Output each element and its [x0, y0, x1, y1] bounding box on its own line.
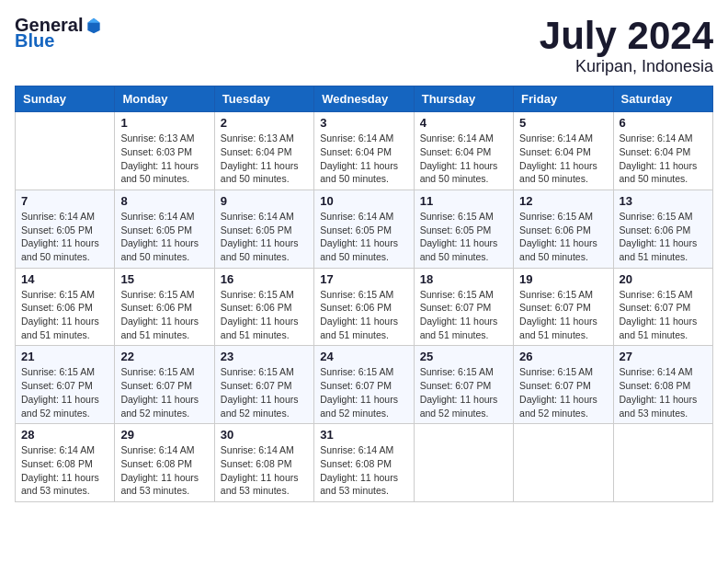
day-number: 4 — [420, 116, 507, 130]
day-info: Sunrise: 6:15 AM Sunset: 6:07 PM Dayligh… — [21, 365, 108, 419]
day-number: 23 — [221, 350, 308, 363]
calendar-cell: 11Sunrise: 6:15 AM Sunset: 6:05 PM Dayli… — [414, 190, 513, 268]
day-info: Sunrise: 6:13 AM Sunset: 6:03 PM Dayligh… — [120, 132, 208, 186]
calendar-cell: 4Sunrise: 6:14 AM Sunset: 6:04 PM Daylig… — [414, 112, 513, 190]
calendar-week-row: 14Sunrise: 6:15 AM Sunset: 6:06 PM Dayli… — [16, 268, 713, 346]
calendar-week-row: 1Sunrise: 6:13 AM Sunset: 6:03 PM Daylig… — [16, 112, 713, 190]
day-number: 14 — [21, 272, 108, 286]
day-number: 2 — [221, 116, 308, 130]
day-info: Sunrise: 6:15 AM Sunset: 6:07 PM Dayligh… — [519, 288, 607, 342]
calendar-cell: 30Sunrise: 6:14 AM Sunset: 6:08 PM Dayli… — [214, 424, 313, 502]
day-number: 1 — [120, 116, 208, 130]
calendar-cell: 25Sunrise: 6:15 AM Sunset: 6:07 PM Dayli… — [414, 346, 513, 424]
day-info: Sunrise: 6:15 AM Sunset: 6:06 PM Dayligh… — [221, 288, 308, 342]
day-info: Sunrise: 6:14 AM Sunset: 6:04 PM Dayligh… — [420, 132, 507, 186]
calendar-cell: 21Sunrise: 6:15 AM Sunset: 6:07 PM Dayli… — [16, 346, 115, 424]
day-info: Sunrise: 6:15 AM Sunset: 6:07 PM Dayligh… — [120, 365, 208, 419]
day-info: Sunrise: 6:15 AM Sunset: 6:05 PM Dayligh… — [420, 210, 507, 264]
day-info: Sunrise: 6:14 AM Sunset: 6:08 PM Dayligh… — [21, 443, 108, 498]
day-info: Sunrise: 6:15 AM Sunset: 6:06 PM Dayligh… — [21, 288, 108, 342]
calendar-table: SundayMondayTuesdayWednesdayThursdayFrid… — [15, 86, 713, 502]
calendar-cell: 3Sunrise: 6:14 AM Sunset: 6:04 PM Daylig… — [314, 112, 414, 190]
day-info: Sunrise: 6:14 AM Sunset: 6:05 PM Dayligh… — [320, 210, 407, 264]
day-number: 24 — [320, 350, 407, 363]
day-number: 19 — [519, 272, 607, 286]
day-number: 21 — [21, 350, 108, 363]
day-info: Sunrise: 6:14 AM Sunset: 6:04 PM Dayligh… — [620, 132, 707, 186]
day-number: 29 — [120, 428, 208, 442]
calendar-cell: 1Sunrise: 6:13 AM Sunset: 6:03 PM Daylig… — [115, 112, 214, 190]
logo: General Blue — [15, 15, 103, 52]
day-number: 27 — [620, 350, 707, 363]
day-info: Sunrise: 6:15 AM Sunset: 6:07 PM Dayligh… — [420, 365, 507, 419]
calendar-cell: 10Sunrise: 6:14 AM Sunset: 6:05 PM Dayli… — [314, 190, 414, 268]
calendar-week-row: 21Sunrise: 6:15 AM Sunset: 6:07 PM Dayli… — [16, 346, 713, 424]
day-info: Sunrise: 6:15 AM Sunset: 6:07 PM Dayligh… — [420, 288, 507, 342]
calendar-cell: 19Sunrise: 6:15 AM Sunset: 6:07 PM Dayli… — [514, 268, 613, 346]
calendar-cell: 12Sunrise: 6:15 AM Sunset: 6:06 PM Dayli… — [514, 190, 613, 268]
day-number: 20 — [620, 272, 707, 286]
calendar-header-friday: Friday — [514, 86, 613, 112]
day-info: Sunrise: 6:15 AM Sunset: 6:06 PM Dayligh… — [620, 210, 707, 264]
day-info: Sunrise: 6:14 AM Sunset: 6:04 PM Dayligh… — [519, 132, 607, 186]
day-number: 6 — [620, 116, 707, 130]
calendar-header-wednesday: Wednesday — [314, 86, 414, 112]
day-number: 3 — [320, 116, 407, 130]
calendar-cell: 9Sunrise: 6:14 AM Sunset: 6:05 PM Daylig… — [214, 190, 313, 268]
day-info: Sunrise: 6:15 AM Sunset: 6:07 PM Dayligh… — [620, 288, 707, 342]
calendar-cell: 8Sunrise: 6:14 AM Sunset: 6:05 PM Daylig… — [115, 190, 214, 268]
day-number: 22 — [120, 350, 208, 363]
day-number: 26 — [519, 350, 607, 363]
day-number: 5 — [519, 116, 607, 130]
page-header: General Blue July 2024 Kuripan, Indonesi… — [15, 15, 713, 76]
day-number: 7 — [21, 194, 108, 208]
calendar-cell: 14Sunrise: 6:15 AM Sunset: 6:06 PM Dayli… — [16, 268, 115, 346]
calendar-cell — [16, 112, 115, 190]
calendar-header-tuesday: Tuesday — [214, 86, 313, 112]
day-info: Sunrise: 6:15 AM Sunset: 6:06 PM Dayligh… — [320, 288, 407, 342]
calendar-cell: 31Sunrise: 6:14 AM Sunset: 6:08 PM Dayli… — [314, 424, 414, 502]
calendar-cell — [613, 424, 712, 502]
calendar-cell: 24Sunrise: 6:15 AM Sunset: 6:07 PM Dayli… — [314, 346, 414, 424]
day-number: 15 — [120, 272, 208, 286]
day-info: Sunrise: 6:14 AM Sunset: 6:04 PM Dayligh… — [320, 132, 407, 186]
day-number: 10 — [320, 194, 407, 208]
calendar-cell: 27Sunrise: 6:14 AM Sunset: 6:08 PM Dayli… — [613, 346, 712, 424]
day-number: 8 — [120, 194, 208, 208]
location: Kuripan, Indonesia — [540, 57, 713, 76]
day-number: 30 — [221, 428, 308, 442]
calendar-cell: 22Sunrise: 6:15 AM Sunset: 6:07 PM Dayli… — [115, 346, 214, 424]
calendar-cell — [514, 424, 613, 502]
day-number: 11 — [420, 194, 507, 208]
day-info: Sunrise: 6:14 AM Sunset: 6:05 PM Dayligh… — [221, 210, 308, 264]
day-info: Sunrise: 6:14 AM Sunset: 6:08 PM Dayligh… — [620, 365, 707, 419]
calendar-cell: 28Sunrise: 6:14 AM Sunset: 6:08 PM Dayli… — [16, 424, 115, 502]
day-info: Sunrise: 6:14 AM Sunset: 6:05 PM Dayligh… — [120, 210, 208, 264]
calendar-cell — [414, 424, 513, 502]
calendar-week-row: 7Sunrise: 6:14 AM Sunset: 6:05 PM Daylig… — [16, 190, 713, 268]
calendar-cell: 18Sunrise: 6:15 AM Sunset: 6:07 PM Dayli… — [414, 268, 513, 346]
day-number: 18 — [420, 272, 507, 286]
month-title: July 2024 — [540, 15, 713, 57]
logo-blue-text: Blue — [15, 30, 54, 52]
day-info: Sunrise: 6:14 AM Sunset: 6:08 PM Dayligh… — [221, 443, 308, 498]
day-info: Sunrise: 6:15 AM Sunset: 6:07 PM Dayligh… — [221, 365, 308, 419]
calendar-cell: 16Sunrise: 6:15 AM Sunset: 6:06 PM Dayli… — [214, 268, 313, 346]
calendar-header-monday: Monday — [115, 86, 214, 112]
calendar-cell: 6Sunrise: 6:14 AM Sunset: 6:04 PM Daylig… — [613, 112, 712, 190]
calendar-header-saturday: Saturday — [613, 86, 712, 112]
calendar-cell: 2Sunrise: 6:13 AM Sunset: 6:04 PM Daylig… — [214, 112, 313, 190]
calendar-cell: 23Sunrise: 6:15 AM Sunset: 6:07 PM Dayli… — [214, 346, 313, 424]
day-number: 28 — [21, 428, 108, 442]
calendar-cell: 15Sunrise: 6:15 AM Sunset: 6:06 PM Dayli… — [115, 268, 214, 346]
day-number: 25 — [420, 350, 507, 363]
day-info: Sunrise: 6:13 AM Sunset: 6:04 PM Dayligh… — [221, 132, 308, 186]
day-number: 13 — [620, 194, 707, 208]
calendar-header-sunday: Sunday — [16, 86, 115, 112]
calendar-cell: 26Sunrise: 6:15 AM Sunset: 6:07 PM Dayli… — [514, 346, 613, 424]
calendar-cell: 13Sunrise: 6:15 AM Sunset: 6:06 PM Dayli… — [613, 190, 712, 268]
title-block: July 2024 Kuripan, Indonesia — [540, 15, 713, 76]
calendar-cell: 7Sunrise: 6:14 AM Sunset: 6:05 PM Daylig… — [16, 190, 115, 268]
day-number: 31 — [320, 428, 407, 442]
calendar-week-row: 28Sunrise: 6:14 AM Sunset: 6:08 PM Dayli… — [16, 424, 713, 502]
